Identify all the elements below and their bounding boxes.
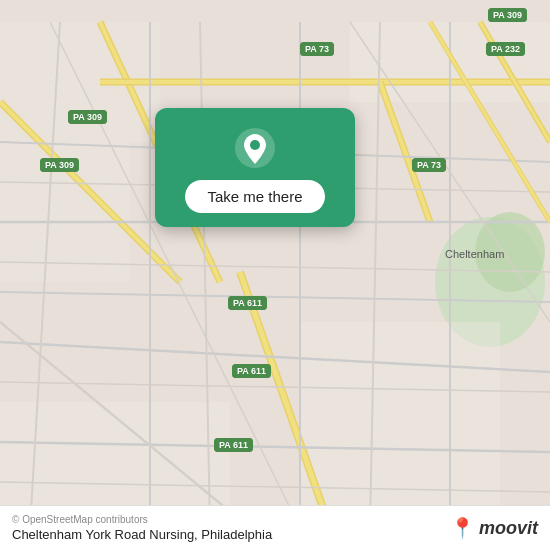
moovit-logo[interactable]: 📍 moovit [450, 516, 538, 540]
svg-rect-6 [300, 322, 500, 528]
location-name: Cheltenham York Road Nursing, Philadelph… [12, 527, 272, 542]
road-badge-pa232: PA 232 [486, 42, 525, 56]
popup-card: Take me there [155, 108, 355, 227]
road-badge-pa73-top: PA 73 [300, 42, 334, 56]
svg-point-41 [250, 140, 260, 150]
map-container: PA 309 PA 73 PA 232 PA 309 PA 309 PA 73 … [0, 0, 550, 550]
bottom-bar: © OpenStreetMap contributors Cheltenham … [0, 505, 550, 550]
map-background [0, 0, 550, 550]
take-me-there-button[interactable]: Take me there [185, 180, 324, 213]
location-pin-icon [233, 126, 277, 170]
moovit-wordmark: moovit [479, 518, 538, 539]
moovit-pin-icon: 📍 [450, 516, 475, 540]
road-badge-pa611-center: PA 611 [228, 296, 267, 310]
road-badge-pa309-mid-left: PA 309 [68, 110, 107, 124]
road-badge-pa309-mid: PA 309 [40, 158, 79, 172]
copyright-text: © OpenStreetMap contributors [12, 514, 272, 525]
cheltenham-label: Cheltenham [445, 248, 504, 260]
road-badge-pa611-lower: PA 611 [232, 364, 271, 378]
road-badge-pa73-right: PA 73 [412, 158, 446, 172]
bottom-left: © OpenStreetMap contributors Cheltenham … [12, 514, 272, 542]
road-badge-pa611-bottom: PA 611 [214, 438, 253, 452]
road-badge-pa309-top: PA 309 [488, 8, 527, 22]
